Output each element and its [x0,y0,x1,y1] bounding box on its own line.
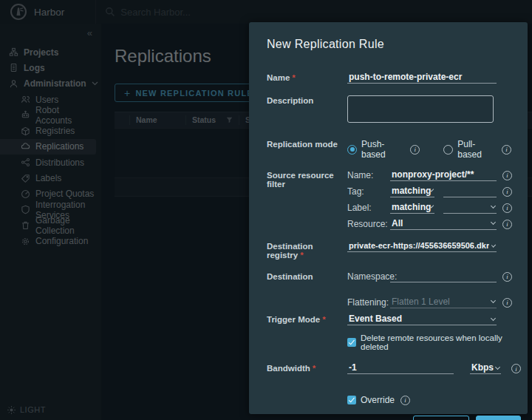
push-based-radio[interactable] [347,145,357,155]
override-checkbox[interactable] [347,396,356,404]
delete-remote-checkbox[interactable] [347,338,356,347]
caret-icon [491,315,496,320]
trigger-mode-select[interactable]: Event Based [347,314,497,325]
trigger-mode-label: Trigger Mode [267,315,320,324]
flattening-info-icon[interactable]: i [502,298,512,308]
filter-name-info-icon[interactable]: i [502,171,512,180]
namespace-info-icon[interactable]: i [502,272,512,282]
filter-label-info-icon[interactable]: i [502,203,512,213]
required-marker: * [300,251,303,260]
caret-icon [491,203,496,209]
namespace-label: Namespace: [347,271,390,282]
pull-based-label: Pull-based [457,139,494,160]
required-marker: * [292,73,295,82]
label-mode-select[interactable]: matching [390,203,434,214]
bandwidth-info-icon[interactable]: i [511,364,521,373]
filter-resource-info-icon[interactable]: i [502,220,512,229]
flattening-select[interactable]: Flatten 1 Level [390,297,497,308]
dest-registry-label: Destination registry [267,242,313,260]
source-filter-label: Source resource filter [267,170,347,189]
delete-remote-label: Delete remote resources when locally del… [361,333,511,351]
new-replication-rule-modal: New Replication Rule Name* Description R… [249,22,528,414]
required-marker: * [313,364,316,373]
save-button[interactable]: SAVE [476,416,521,420]
pull-based-info-icon[interactable]: i [502,145,511,155]
bandwidth-unit-select[interactable]: Kbps [470,363,501,374]
pull-based-radio[interactable] [443,145,453,155]
filter-tag-info-icon[interactable]: i [502,187,512,197]
bandwidth-label: Bandwidth [267,364,310,373]
push-based-info-icon[interactable]: i [410,145,420,155]
filter-label-select[interactable] [443,203,497,214]
caret-icon [491,298,496,303]
resource-select[interactable]: All [390,219,497,230]
description-textarea[interactable] [347,95,494,123]
caret-icon [491,243,496,247]
description-label: Description [267,95,347,105]
override-info-icon[interactable]: i [400,396,410,405]
modal-title: New Replication Rule [267,38,511,51]
namespace-input[interactable] [390,271,497,282]
caret-icon [491,220,496,225]
destination-label: Destination [267,271,347,281]
override-label: Override [361,395,395,405]
filter-tag-label: Tag: [347,186,390,197]
bandwidth-input[interactable] [347,363,454,374]
cancel-button[interactable]: CANCEL [413,416,469,420]
filter-resource-label: Resource: [347,219,390,229]
dest-registry-select[interactable]: private-ecr-https://455636659506.dkr.ecr… [347,241,497,252]
tag-mode-select[interactable]: matching [390,186,434,197]
push-based-label: Push-based [361,139,403,160]
replication-mode-label: Replication mode [267,139,347,149]
filter-label-label: Label: [347,203,390,213]
required-marker: * [322,315,325,324]
filter-name-input[interactable] [390,170,497,181]
caret-icon [430,188,434,192]
caret-icon [495,364,500,369]
rule-name-input[interactable] [347,72,497,84]
filter-name-label: Name: [347,170,390,180]
name-label: Name [267,73,290,82]
flattening-label: Flattening: [347,297,390,308]
caret-icon [430,204,434,208]
filter-tag-input[interactable] [443,186,497,197]
